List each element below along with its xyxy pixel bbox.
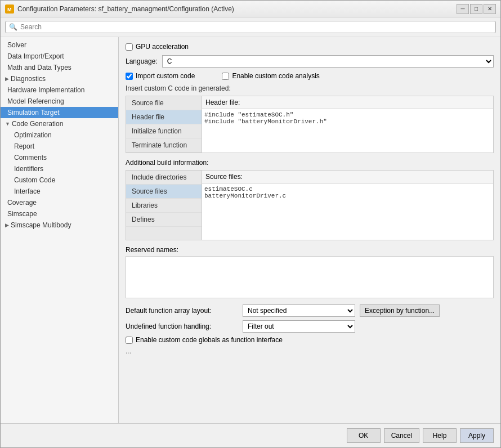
source-files-textarea[interactable]: estimateSOC.c batteryMonitorDriver.c <box>202 183 493 240</box>
title-bar-left: M Configuration Parameters: sf_battery_m… <box>5 5 234 14</box>
minimize-button[interactable]: ─ <box>457 4 469 14</box>
sidebar-item-coverage[interactable]: Coverage <box>1 197 118 208</box>
sidebar-item-hardware[interactable]: Hardware Implementation <box>1 84 118 96</box>
title-buttons: ─ □ ✕ <box>457 4 496 14</box>
insert-label: Insert custom C code in generated: <box>126 84 494 92</box>
reserved-section: Reserved names: <box>126 246 494 300</box>
reserved-label: Reserved names: <box>126 246 494 254</box>
footer: OK Cancel Help Apply <box>1 423 500 447</box>
tab-source-file[interactable]: Source file <box>126 96 202 110</box>
language-row: Language: C C++ <box>126 55 494 68</box>
globals-checkbox-label: Enable custom code globals as function i… <box>126 336 283 344</box>
globals-checkbox[interactable] <box>126 337 133 344</box>
custom-code-grid: Source file Header file Initialize funct… <box>126 96 494 153</box>
sidebar: Solver Data Import/Export Math and Data … <box>1 37 119 423</box>
undefined-function-select[interactable]: Filter out Use default <box>243 320 355 333</box>
sidebar-item-code-gen-label: Code Generation <box>12 120 63 128</box>
sidebar-item-interface[interactable]: Interface <box>1 186 118 197</box>
build-tab-libraries[interactable]: Libraries <box>126 199 202 213</box>
header-file-label: Header file: <box>202 96 493 109</box>
build-tab-include[interactable]: Include directories <box>126 171 202 185</box>
layout-label: Default function array layout: <box>126 307 238 315</box>
header-file-col: Header file: #include "estimateSOC.h" #i… <box>202 96 493 153</box>
gpu-checkbox-label: GPU acceleration <box>126 43 189 51</box>
sidebar-item-diagnostics[interactable]: ▶ Diagnostics <box>1 73 118 84</box>
cancel-button[interactable]: Cancel <box>384 428 419 443</box>
search-icon: 🔍 <box>9 23 17 31</box>
source-files-label: Source files: <box>202 171 493 183</box>
expand-arrow-diagnostics: ▶ <box>5 76 9 82</box>
header-file-textarea[interactable]: #include "estimateSOC.h" #include "batte… <box>202 109 493 153</box>
sidebar-item-diagnostics-label: Diagnostics <box>11 75 46 83</box>
tab-header-file[interactable]: Header file <box>126 110 202 124</box>
enable-analysis-label: Enable custom code analysis <box>222 72 319 80</box>
language-label: Language: <box>126 57 158 65</box>
search-input[interactable] <box>20 23 492 31</box>
ellipsis-row: ... <box>126 347 494 355</box>
search-bar: 🔍 <box>1 17 500 37</box>
ok-button[interactable]: OK <box>347 428 381 443</box>
sidebar-item-custom-code[interactable]: Custom Code <box>1 174 118 186</box>
help-button[interactable]: Help <box>423 428 457 443</box>
enable-analysis-text: Enable custom code analysis <box>232 72 319 80</box>
exception-by-function-button[interactable]: Exception by function... <box>360 304 440 317</box>
tab-terminate-function[interactable]: Terminate function <box>126 138 202 153</box>
apply-button[interactable]: Apply <box>460 428 494 443</box>
source-files-col: Source files: estimateSOC.c batteryMonit… <box>202 171 493 240</box>
additional-build-label: Additional build information: <box>126 159 494 167</box>
close-button[interactable]: ✕ <box>484 4 496 14</box>
build-grid: Include directories Source files Librari… <box>126 170 494 240</box>
language-select[interactable]: C C++ <box>162 55 494 68</box>
sidebar-item-model-ref[interactable]: Model Referencing <box>1 96 118 107</box>
main-window: M Configuration Parameters: sf_battery_m… <box>0 0 501 448</box>
sidebar-item-math-data[interactable]: Math and Data Types <box>1 62 118 73</box>
gpu-checkbox[interactable] <box>126 43 133 51</box>
search-wrapper: 🔍 <box>5 21 496 33</box>
code-tabs-col: Source file Header file Initialize funct… <box>126 96 202 153</box>
main-content: Solver Data Import/Export Math and Data … <box>1 37 500 423</box>
window-title: Configuration Parameters: sf_battery_man… <box>17 5 234 13</box>
import-label: Import custom code <box>136 72 195 80</box>
sidebar-item-simscape-mb-label: Simscape Multibody <box>11 221 71 229</box>
globals-label: Enable custom code globals as function i… <box>136 336 283 344</box>
sidebar-item-comments[interactable]: Comments <box>1 152 118 163</box>
sidebar-item-identifiers[interactable]: Identifiers <box>1 163 118 174</box>
right-panel: GPU acceleration Language: C C++ Import … <box>119 37 500 423</box>
sidebar-item-code-gen[interactable]: ▼ Code Generation <box>1 118 118 129</box>
layout-row: Default function array layout: Not speci… <box>126 304 494 317</box>
import-custom-code-checkbox[interactable] <box>126 73 133 80</box>
tab-initialize-function[interactable]: Initialize function <box>126 124 202 138</box>
import-checkbox-label: Import custom code <box>126 72 195 80</box>
layout-select[interactable]: Not specified Column-major Row-major <box>243 304 355 317</box>
sidebar-item-solver[interactable]: Solver <box>1 39 118 51</box>
title-bar: M Configuration Parameters: sf_battery_m… <box>1 1 500 17</box>
svg-text:M: M <box>7 7 12 12</box>
sidebar-item-report[interactable]: Report <box>1 141 118 152</box>
build-tab-defines[interactable]: Defines <box>126 213 202 227</box>
build-tab-source[interactable]: Source files <box>126 185 202 199</box>
gpu-row: GPU acceleration <box>126 43 494 51</box>
gpu-label: GPU acceleration <box>136 43 189 51</box>
sidebar-item-data-import[interactable]: Data Import/Export <box>1 51 118 62</box>
maximize-button[interactable]: □ <box>470 4 482 14</box>
import-row: Import custom code Enable custom code an… <box>126 72 494 80</box>
undefined-function-label: Undefined function handling: <box>126 322 238 330</box>
globals-row: Enable custom code globals as function i… <box>126 336 494 344</box>
sidebar-item-simscape-mb[interactable]: ▶ Simscape Multibody <box>1 219 118 231</box>
sidebar-item-optimization[interactable]: Optimization <box>1 129 118 141</box>
sidebar-item-simscape[interactable]: Simscape <box>1 208 118 219</box>
undefined-function-row: Undefined function handling: Filter out … <box>126 320 494 333</box>
sidebar-item-sim-target[interactable]: Simulation Target <box>1 107 118 118</box>
app-icon: M <box>5 5 14 14</box>
expand-arrow-simscape-mb: ▶ <box>5 222 9 228</box>
expand-arrow-codegen: ▼ <box>5 121 10 127</box>
build-tabs-col: Include directories Source files Librari… <box>126 171 202 240</box>
enable-analysis-checkbox[interactable] <box>222 73 229 80</box>
reserved-textarea[interactable] <box>126 256 494 298</box>
